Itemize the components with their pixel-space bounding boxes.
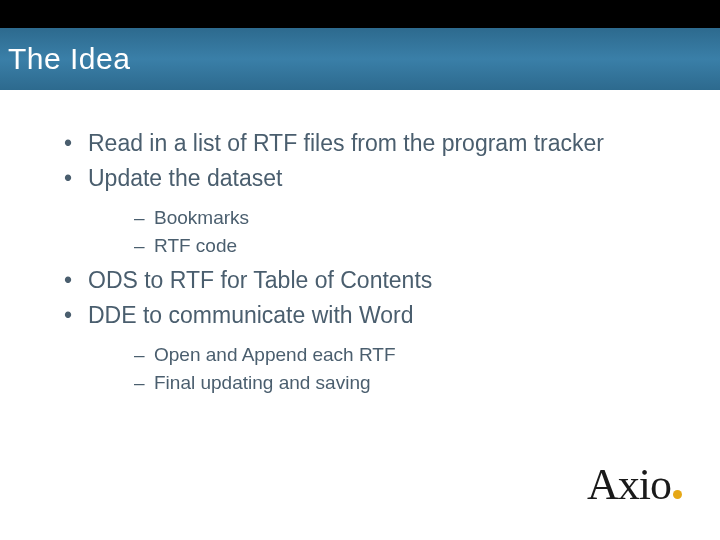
top-black-bar [0, 0, 720, 28]
bullet-text: Read in a list of RTF files from the pro… [88, 130, 604, 156]
sub-item: Final updating and saving [88, 369, 670, 397]
sub-text: Bookmarks [154, 207, 249, 228]
bullet-item: Update the dataset Bookmarks RTF code [50, 163, 670, 259]
brand-logo: Axio [587, 459, 682, 510]
bullet-item: DDE to communicate with Word Open and Ap… [50, 300, 670, 396]
logo-text: Axio [587, 459, 671, 510]
bullet-item: ODS to RTF for Table of Contents [50, 265, 670, 296]
sub-item: Bookmarks [88, 204, 670, 232]
sub-list: Bookmarks RTF code [88, 204, 670, 259]
sub-text: Final updating and saving [154, 372, 371, 393]
sub-text: Open and Append each RTF [154, 344, 396, 365]
sub-item: Open and Append each RTF [88, 341, 670, 369]
bullet-text: Update the dataset [88, 165, 282, 191]
bullet-text: DDE to communicate with Word [88, 302, 414, 328]
bullet-list: Read in a list of RTF files from the pro… [50, 128, 670, 396]
bullet-item: Read in a list of RTF files from the pro… [50, 128, 670, 159]
title-bar: The Idea [0, 28, 720, 90]
bullet-text: ODS to RTF for Table of Contents [88, 267, 432, 293]
logo-dot-icon [673, 490, 682, 499]
sub-item: RTF code [88, 232, 670, 260]
slide-title: The Idea [8, 42, 130, 76]
slide-content: Read in a list of RTF files from the pro… [0, 90, 720, 396]
sub-list: Open and Append each RTF Final updating … [88, 341, 670, 396]
sub-text: RTF code [154, 235, 237, 256]
